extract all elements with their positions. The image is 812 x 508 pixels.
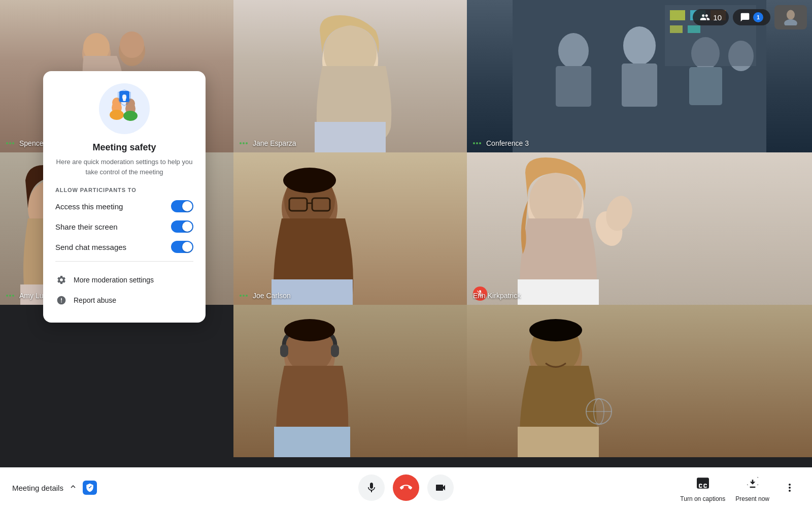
svg-point-46 [529,319,582,341]
toggle-screen[interactable] [171,220,193,233]
joe-name-bar: Joe Carlson [240,292,291,300]
amy-name-bar: Amy Lu [6,292,43,300]
more-moderation-row[interactable]: More moderation settings [55,270,193,290]
meeting-details-text: Meeting details [12,484,63,492]
svg-rect-13 [622,64,657,107]
safety-icon-area [55,83,193,134]
app-container: Spencer Jane Esparza [0,0,812,508]
p1-avatar [233,305,386,457]
tile-p1 [233,305,467,457]
center-controls [358,474,454,501]
conference-name-bar: Conference 3 [473,139,529,147]
svg-rect-59 [123,98,126,101]
svg-point-50 [787,10,795,20]
svg-rect-40 [280,344,288,357]
svg-rect-34 [518,279,599,305]
svg-rect-8 [315,122,386,152]
more-options-button[interactable] [780,478,800,498]
toggle-access-row: Access this meeting [55,200,193,212]
present-action[interactable]: Present now [735,473,769,502]
warning-icon [55,294,67,306]
erin-avatar [467,152,645,305]
erin-name-bar: Erin Kirkpatrick [473,292,521,300]
svg-point-10 [558,33,589,69]
toggle-chat-row: Send chat messages [55,241,193,253]
safety-illustration [104,88,145,129]
svg-point-51 [784,19,797,25]
gear-icon [55,274,67,286]
svg-point-4 [120,31,144,58]
present-label: Present now [735,495,769,502]
svg-rect-45 [518,427,599,457]
mic-button[interactable] [358,474,385,501]
participants-count: 10 [713,13,722,22]
chevron-up-icon [69,482,78,493]
joe-avatar [233,152,386,305]
captions-action[interactable]: Turn on captions [680,473,725,502]
allow-participants-label: ALLOW PARTICIPANTS TO [55,187,193,193]
captions-icon [693,473,713,493]
svg-rect-39 [274,427,350,457]
present-icon [742,473,763,493]
toggle-chat[interactable] [171,241,193,253]
jane-avatar [274,0,426,152]
panel-divider [55,261,193,262]
more-moderation-label: More moderation settings [74,276,154,284]
chat-badge[interactable]: 1 [733,9,770,25]
chat-count-badge: 1 [753,12,763,22]
svg-rect-18 [670,10,685,20]
toggle-screen-label: Share their screen [55,223,118,231]
shield-icon-small [83,481,97,495]
tile-joe: Joe Carlson [233,152,467,305]
svg-rect-15 [689,67,722,105]
tile-erin: Erin Kirkpatrick [467,152,812,305]
right-controls: Turn on captions Present now [680,473,800,502]
safety-title: Meeting safety [55,142,193,153]
end-call-button[interactable] [393,474,419,501]
your-video-tile [774,5,807,29]
tile-p2 [467,305,812,457]
svg-rect-11 [556,66,591,107]
captions-label: Turn on captions [680,495,725,502]
participants-badge[interactable]: 10 [693,9,729,25]
report-abuse-label: Report abuse [74,296,116,304]
meeting-details[interactable]: Meeting details [12,481,97,495]
svg-point-42 [284,319,335,341]
report-abuse-row[interactable]: Report abuse [55,290,193,310]
svg-point-31 [283,168,336,193]
safety-subtitle: Here are quick moderation settings to he… [55,157,193,177]
toggle-access-label: Access this meeting [55,202,123,211]
camera-button[interactable] [427,474,454,501]
bottom-bar: Meeting details [0,467,812,508]
toggle-screen-row: Share their screen [55,220,193,233]
svg-point-56 [123,111,138,121]
jane-name-bar: Jane Esparza [240,139,296,147]
p2-avatar [467,305,645,457]
toggle-access[interactable] [171,200,193,212]
svg-rect-41 [331,344,339,357]
svg-point-12 [623,26,656,65]
safety-panel: Meeting safety Here are quick moderation… [43,71,206,323]
tile-jane: Jane Esparza [233,0,467,152]
svg-point-53 [110,110,124,120]
top-right-overlay: 10 1 [693,5,807,29]
spencer-name-bar: Spencer [6,139,46,147]
svg-rect-21 [670,25,683,33]
toggle-chat-label: Send chat messages [55,243,126,251]
